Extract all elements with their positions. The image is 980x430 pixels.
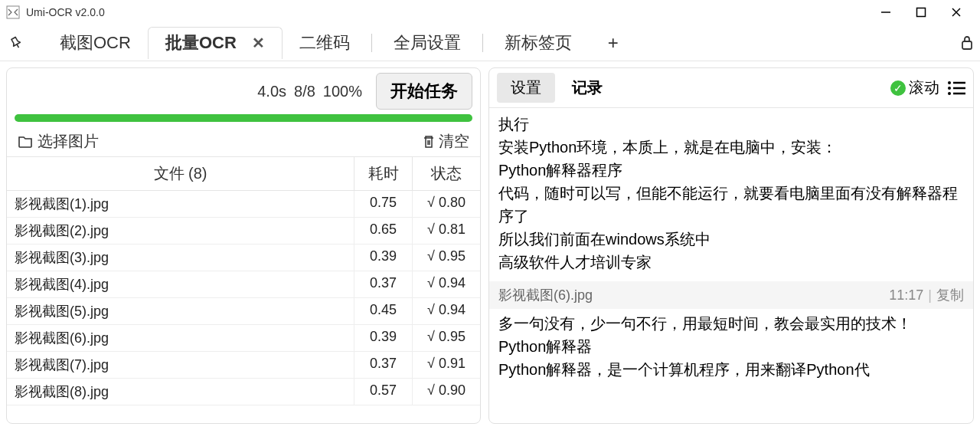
right-header: 设置 记录 ✓ 滚动 [489,68,973,108]
cell-time: 0.75 [354,191,413,217]
left-panel: 4.0s 8/8 100% 开始任务 选择图片 清空 文件 (8) 耗时 状态 … [6,67,481,424]
tab-label: 截图OCR [60,31,131,54]
cell-status: √ 0.94 [413,298,480,324]
cell-time: 0.37 [354,271,413,297]
svg-point-8 [948,87,951,90]
column-time: 耗时 [354,157,413,190]
cell-time: 0.39 [354,245,413,271]
svg-point-6 [948,81,951,84]
progress-bar [15,114,472,122]
elapsed-time: 4.0s [257,83,286,100]
scroll-toggle[interactable]: ✓ 滚动 [890,77,939,98]
tab-label: 新标签页 [505,31,572,54]
tab-close-icon[interactable]: ✕ [252,34,265,52]
titlebar: Umi-OCR v2.0.0 [0,0,980,25]
svg-point-10 [948,92,951,95]
cell-time: 0.65 [354,218,413,244]
cell-status: √ 0.80 [413,191,480,217]
progress-percent: 100% [323,83,362,100]
result-block: 执行安装Python环境，本质上，就是在电脑中，安装：Python解释器程序代码… [489,110,973,281]
result-time: 11:17 [889,287,923,304]
tab-separator [482,34,483,52]
cell-file: 影视截图(8).jpg [7,379,354,405]
cell-file: 影视截图(4).jpg [7,271,354,297]
result-block: 多一句没有，少一句不行，用最短时间，教会最实用的技术！Python解释器Pyth… [489,309,973,389]
svg-rect-2 [917,8,926,17]
table-row[interactable]: 影视截图(6).jpg0.39√ 0.95 [7,325,480,352]
tab-batch-ocr[interactable]: 批量OCR ✕ [148,27,283,59]
pin-icon[interactable] [9,36,31,50]
right-tab-records[interactable]: 记录 [558,73,616,103]
right-tab-settings[interactable]: 设置 [497,73,555,103]
select-images-button[interactable]: 选择图片 [18,131,99,152]
results-list: 执行安装Python环境，本质上，就是在电脑中，安装：Python解释器程序代码… [489,108,973,423]
app-icon [6,5,21,20]
table-row[interactable]: 影视截图(7).jpg0.37√ 0.91 [7,352,480,379]
cell-time: 0.57 [354,379,413,405]
cell-file: 影视截图(7).jpg [7,352,354,378]
tab-qrcode[interactable]: 二维码 [283,27,367,59]
cell-time: 0.45 [354,298,413,324]
cell-status: √ 0.94 [413,271,480,297]
right-panel: 设置 记录 ✓ 滚动 执行安装Python环境，本质上，就是在电脑中，安装：Py… [488,67,974,424]
tab-screenshot-ocr[interactable]: 截图OCR [43,27,148,59]
tab-label: 全局设置 [394,31,461,54]
cell-file: 影视截图(2).jpg [7,218,354,244]
cell-status: √ 0.95 [413,325,480,351]
clear-label: 清空 [439,131,469,152]
cell-time: 0.37 [354,352,413,378]
result-text: 多一句没有，少一句不行，用最短时间，教会最实用的技术！Python解释器Pyth… [498,312,964,381]
column-status: 状态 [413,157,480,190]
column-file: 文件 (8) [7,157,354,190]
menu-icon[interactable] [947,80,965,96]
progress-stats: 4.0s 8/8 100% [257,83,362,100]
table-row[interactable]: 影视截图(1).jpg0.75√ 0.80 [7,191,480,218]
svg-rect-5 [962,41,972,49]
table-body: 影视截图(1).jpg0.75√ 0.80影视截图(2).jpg0.65√ 0.… [7,191,480,423]
cell-file: 影视截图(6).jpg [7,325,354,351]
check-icon: ✓ [890,80,906,96]
tabbar: 截图OCR 批量OCR ✕ 二维码 全局设置 新标签页 + [0,25,980,61]
result-filename: 影视截图(6).jpg [498,286,889,304]
cell-status: √ 0.95 [413,245,480,271]
copy-button[interactable]: 复制 [936,286,964,304]
clear-button[interactable]: 清空 [422,131,469,152]
cell-file: 影视截图(3).jpg [7,245,354,271]
progress-count: 8/8 [294,83,315,100]
window-close-button[interactable] [939,1,974,24]
result-entry-header: 影视截图(6).jpg11:17|复制 [489,281,973,309]
tab-label: 二维码 [299,31,350,54]
cell-status: √ 0.90 [413,379,480,405]
cell-file: 影视截图(5).jpg [7,298,354,324]
table-row[interactable]: 影视截图(5).jpg0.45√ 0.94 [7,298,480,325]
table-row[interactable]: 影视截图(8).jpg0.57√ 0.90 [7,379,480,405]
file-operations: 选择图片 清空 [7,126,480,157]
svg-rect-0 [7,6,19,18]
scroll-label: 滚动 [909,77,939,98]
result-text: 执行安装Python环境，本质上，就是在电脑中，安装：Python解释器程序代码… [498,113,964,274]
table-row[interactable]: 影视截图(2).jpg0.65√ 0.81 [7,218,480,245]
main-content: 4.0s 8/8 100% 开始任务 选择图片 清空 文件 (8) 耗时 状态 … [0,61,980,430]
tab-label: 批量OCR [165,31,237,54]
left-header: 4.0s 8/8 100% 开始任务 [7,68,480,114]
table-row[interactable]: 影视截图(4).jpg0.37√ 0.94 [7,271,480,298]
cell-file: 影视截图(1).jpg [7,191,354,217]
table-header: 文件 (8) 耗时 状态 [7,157,480,191]
tab-global-settings[interactable]: 全局设置 [377,27,478,59]
start-task-button[interactable]: 开始任务 [376,73,472,110]
tab-separator [371,34,372,52]
cell-time: 0.39 [354,325,413,351]
select-images-label: 选择图片 [38,131,99,152]
tab-new[interactable]: 新标签页 [488,27,589,59]
folder-icon [18,135,33,149]
add-tab-button[interactable]: + [598,32,629,54]
table-row[interactable]: 影视截图(3).jpg0.39√ 0.95 [7,245,480,271]
window-maximize-button[interactable] [903,1,939,24]
cell-status: √ 0.81 [413,218,480,244]
app-title: Umi-OCR v2.0.0 [26,6,105,18]
window-minimize-button[interactable] [868,1,903,24]
trash-icon [422,134,436,149]
lock-icon[interactable] [960,35,974,51]
cell-status: √ 0.91 [413,352,480,378]
